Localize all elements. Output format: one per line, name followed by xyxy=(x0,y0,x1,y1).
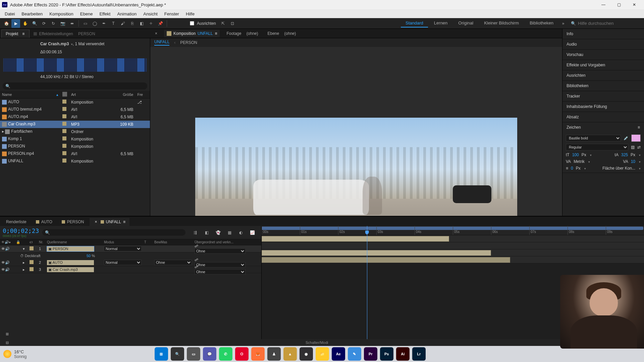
tab-effect-settings[interactable]: Effekteinstellungen PERSON xyxy=(30,30,99,38)
taskbar-firefox-icon[interactable]: 🦊 xyxy=(251,347,265,361)
brush-tool-icon[interactable]: 🖌 xyxy=(118,19,127,28)
timeline-track[interactable] xyxy=(262,256,644,263)
stroke-value[interactable]: 0 xyxy=(571,166,573,171)
panel-tracker[interactable]: Tracker xyxy=(562,91,644,101)
workspace-overflow-icon[interactable]: » xyxy=(559,19,568,28)
taskbar-photoshop-icon[interactable]: Ps xyxy=(380,347,393,361)
panel-inhaltsbasierte-füllung[interactable]: Inhaltsbasierte Füllung xyxy=(562,102,644,112)
layer-row[interactable]: 👁🔊▸ 3 ▣ Car Crash.mp3 ☍ Ohne xyxy=(0,266,261,273)
panel-absatz[interactable]: Absatz xyxy=(562,112,644,122)
tracking-value[interactable]: 10 xyxy=(631,159,635,164)
project-search-input[interactable] xyxy=(10,83,145,88)
font-style-select[interactable]: Regular xyxy=(566,144,628,150)
menu-komposition[interactable]: Komposition xyxy=(46,10,77,18)
timeline-track[interactable] xyxy=(262,249,644,256)
rotate-tool-icon[interactable]: ↻ xyxy=(49,19,58,28)
font-size-value[interactable]: 100 xyxy=(572,153,579,157)
panel-info[interactable]: Info xyxy=(562,29,644,39)
work-area-bar[interactable] xyxy=(262,227,643,230)
project-item[interactable]: Komp 1 Komposition xyxy=(0,135,150,143)
kerning-value[interactable]: Metrik xyxy=(574,159,585,164)
snap-opt1-icon[interactable]: ⇱ xyxy=(219,19,227,28)
camera-tool-icon[interactable]: 📷 xyxy=(58,19,67,28)
swap-colors-icon[interactable]: ⇄ xyxy=(637,145,641,149)
taskbar-obs-icon[interactable]: ◉ xyxy=(300,347,313,361)
tab-layer[interactable]: Ebene (ohne) xyxy=(265,30,299,37)
menu-animation[interactable]: Animation xyxy=(114,10,140,18)
close-button[interactable]: ✕ xyxy=(627,0,642,9)
panel-menu-icon[interactable]: ≡ xyxy=(215,31,217,36)
timeline-search[interactable]: 🔍 xyxy=(42,229,185,236)
panel-zeichen[interactable]: Zeichen ≡ xyxy=(562,122,644,132)
snap-opt2-icon[interactable]: ⊡ xyxy=(228,19,237,28)
timeline-timecode[interactable]: 0;00;02;23 xyxy=(3,227,39,234)
taskbar-after-effects-icon[interactable]: Ae xyxy=(332,347,345,361)
menu-bearbeiten[interactable]: Bearbeiten xyxy=(18,10,46,18)
project-item[interactable]: Car Crash.mp3 MP3 109 KB xyxy=(0,121,150,128)
project-item[interactable]: UNFALL Komposition xyxy=(0,158,150,165)
menu-hilfe[interactable]: Hilfe xyxy=(182,10,198,18)
panel-menu-icon[interactable]: ≡ xyxy=(638,125,640,130)
zoom-tool-icon[interactable]: 🔍 xyxy=(30,19,39,28)
breadcrumb-person[interactable]: PERSON xyxy=(180,40,197,45)
menu-effekt[interactable]: Effekt xyxy=(96,10,114,18)
ellipse-tool-icon[interactable]: ◯ xyxy=(90,19,99,28)
timeline-track[interactable] xyxy=(262,235,644,242)
parent-select[interactable]: Ohne xyxy=(195,248,246,254)
switches-modes-toggle[interactable]: Schalter/Modi xyxy=(306,341,328,345)
close-icon[interactable]: ≡ xyxy=(21,32,25,36)
taskbar-app3-icon[interactable]: ✎ xyxy=(348,347,361,361)
help-search[interactable]: 🔍 xyxy=(568,21,642,26)
panel-vorschau[interactable]: Vorschau xyxy=(562,50,644,60)
project-search[interactable]: 🔍 xyxy=(3,82,147,89)
taskbar-task-view-icon[interactable]: ▭ xyxy=(187,347,200,361)
timeline-tab-auto[interactable]: AUTO xyxy=(32,218,56,226)
panel-ausrichten[interactable]: Ausrichten xyxy=(562,70,644,80)
project-item[interactable]: PERSON Komposition xyxy=(0,143,150,150)
layer-row[interactable]: 👁🔊▾ 1 ▣ PERSON Normal ☍ Ohne xyxy=(0,245,261,252)
fill-over-stroke[interactable]: Fläche über Kon... xyxy=(602,166,635,171)
minimize-button[interactable]: — xyxy=(596,0,611,9)
snap-checkbox[interactable] xyxy=(190,21,194,25)
shy-icon[interactable]: 👻 xyxy=(214,228,222,237)
asset-dropdown-icon[interactable] xyxy=(70,42,73,46)
menu-ebene[interactable]: Ebene xyxy=(77,10,96,18)
rect-tool-icon[interactable]: ▭ xyxy=(81,19,90,28)
selection-tool-icon[interactable]: ▶ xyxy=(11,19,20,28)
toggle-switches-icon[interactable]: ⊞ xyxy=(3,329,11,338)
label-column-icon[interactable] xyxy=(62,92,67,97)
taskbar-whatsapp-icon[interactable]: ✆ xyxy=(219,347,232,361)
playhead[interactable] xyxy=(367,226,367,339)
project-item[interactable]: ▸ Farbflächen Ordner xyxy=(0,128,150,135)
project-item[interactable]: PERSON.mp4 AVI 6,5 MB xyxy=(0,150,150,158)
close-icon[interactable]: × xyxy=(94,220,99,224)
project-item[interactable]: AUTO bremst.mp4 AVI 6,5 MB xyxy=(0,106,150,113)
breadcrumb-unfall[interactable]: UNFALL xyxy=(154,40,169,46)
pen-tool-icon[interactable]: ✒ xyxy=(100,19,108,28)
taskbar-illustrator-icon[interactable]: Ai xyxy=(396,347,410,361)
workspace-original[interactable]: Original xyxy=(453,19,478,27)
orbit-tool-icon[interactable]: ⟳ xyxy=(40,19,48,28)
close-icon[interactable]: × xyxy=(152,30,160,37)
workspace-kleiner-bildschirm[interactable]: Kleiner Bildschirm xyxy=(479,19,524,27)
taskbar-teams-icon[interactable]: 💬 xyxy=(203,347,216,361)
clone-tool-icon[interactable]: ⎘ xyxy=(128,19,137,28)
pan-tool-icon[interactable]: ⬌ xyxy=(68,19,76,28)
clip[interactable] xyxy=(262,236,449,242)
time-ruler[interactable]: 00s01s02s03s04s05s06s07s08s09s10s xyxy=(262,226,644,235)
leading-value[interactable]: 325 xyxy=(621,153,628,157)
sort-icon[interactable]: ▴ xyxy=(56,93,58,97)
workspace-standard[interactable]: Standard xyxy=(401,19,428,27)
timeline-search-input[interactable] xyxy=(50,230,183,235)
tab-footage[interactable]: Footage (ohne) xyxy=(224,30,261,37)
roto-tool-icon[interactable]: ✧ xyxy=(147,19,155,28)
help-search-input[interactable] xyxy=(578,21,632,26)
taskbar-search-icon[interactable]: 🔍 xyxy=(171,347,184,361)
panel-menu-icon[interactable]: ≡ xyxy=(123,220,125,224)
home-tool-icon[interactable]: 🏠 xyxy=(2,19,11,28)
blend-mode-select[interactable]: Normal xyxy=(104,260,142,265)
font-family-select[interactable]: Bastile bold xyxy=(566,135,621,141)
hand-tool-icon[interactable]: ✋ xyxy=(21,19,30,28)
taskbar-app2-icon[interactable]: ▲ xyxy=(283,347,297,361)
no-fill-icon[interactable]: ▧ xyxy=(631,145,635,149)
